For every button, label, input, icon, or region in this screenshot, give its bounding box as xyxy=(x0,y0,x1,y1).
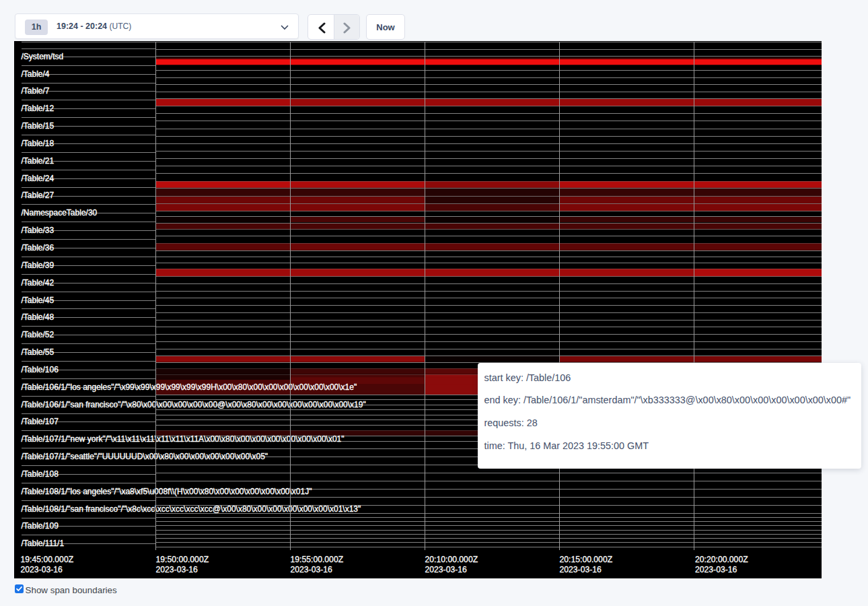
svg-text:/Table/12: /Table/12 xyxy=(22,104,55,113)
svg-text:2023-03-16: 2023-03-16 xyxy=(156,565,198,574)
svg-text:/Table/107/1/"seattle"/"UUUUUU: /Table/107/1/"seattle"/"UUUUUUD\x00\x80\… xyxy=(22,452,268,461)
svg-text:2023-03-16: 2023-03-16 xyxy=(560,565,602,574)
svg-text:/Table/45: /Table/45 xyxy=(22,296,55,305)
svg-text:19:45:00.000Z: 19:45:00.000Z xyxy=(21,555,74,564)
svg-text:19:55:00.000Z: 19:55:00.000Z xyxy=(291,555,344,564)
svg-text:/Table/42: /Table/42 xyxy=(22,278,55,288)
svg-text:/Table/55: /Table/55 xyxy=(22,347,55,357)
svg-text:/Table/108/1/"los angeles"/"\x: /Table/108/1/"los angeles"/"\xa8\xf5\u00… xyxy=(22,487,312,496)
svg-text:/System/tsd: /System/tsd xyxy=(22,52,64,61)
svg-text:/Table/52: /Table/52 xyxy=(22,330,55,339)
svg-text:2023-03-16: 2023-03-16 xyxy=(21,565,63,574)
svg-text:20:15:00.000Z: 20:15:00.000Z xyxy=(560,555,613,564)
svg-text:/Table/33: /Table/33 xyxy=(22,226,55,235)
svg-text:/Table/15: /Table/15 xyxy=(22,121,55,131)
svg-text:/Table/7: /Table/7 xyxy=(22,86,50,96)
svg-text:/Table/111/1: /Table/111/1 xyxy=(22,539,65,548)
svg-text:/Table/107/1/"new york"/"\x11\: /Table/107/1/"new york"/"\x11\x11\x11\x1… xyxy=(22,434,345,444)
svg-text:20:20:00.000Z: 20:20:00.000Z xyxy=(695,555,748,564)
svg-text:/Table/107: /Table/107 xyxy=(22,417,59,426)
svg-text:2023-03-16: 2023-03-16 xyxy=(291,565,333,574)
svg-text:/Table/108/1/"san francisco"/": /Table/108/1/"san francisco"/"\x8c\xcc\x… xyxy=(22,504,361,514)
svg-text:/Table/21: /Table/21 xyxy=(22,156,55,166)
svg-text:/Table/36: /Table/36 xyxy=(22,243,55,252)
svg-text:2023-03-16: 2023-03-16 xyxy=(695,565,737,574)
svg-text:/NamespaceTable/30: /NamespaceTable/30 xyxy=(22,208,98,217)
svg-text:/Table/27: /Table/27 xyxy=(22,191,55,200)
svg-text:20:10:00.000Z: 20:10:00.000Z xyxy=(425,555,478,564)
svg-text:/Table/106/1/"san francisco"/": /Table/106/1/"san francisco"/"\x80\x00\x… xyxy=(22,400,366,409)
svg-text:/Table/4: /Table/4 xyxy=(22,69,50,79)
svg-text:/Table/109: /Table/109 xyxy=(22,521,59,531)
svg-text:19:50:00.000Z: 19:50:00.000Z xyxy=(156,555,209,564)
svg-text:/Table/106: /Table/106 xyxy=(22,365,59,374)
svg-text:/Table/18: /Table/18 xyxy=(22,139,55,148)
svg-text:2023-03-16: 2023-03-16 xyxy=(425,565,468,574)
svg-text:/Table/48: /Table/48 xyxy=(22,312,55,322)
svg-text:/Table/39: /Table/39 xyxy=(22,261,55,270)
svg-text:/Table/108: /Table/108 xyxy=(22,469,59,479)
svg-text:/Table/24: /Table/24 xyxy=(22,174,55,183)
svg-text:/Table/106/1/"los angeles"/"\x: /Table/106/1/"los angeles"/"\x99\x99\x99… xyxy=(22,382,357,392)
